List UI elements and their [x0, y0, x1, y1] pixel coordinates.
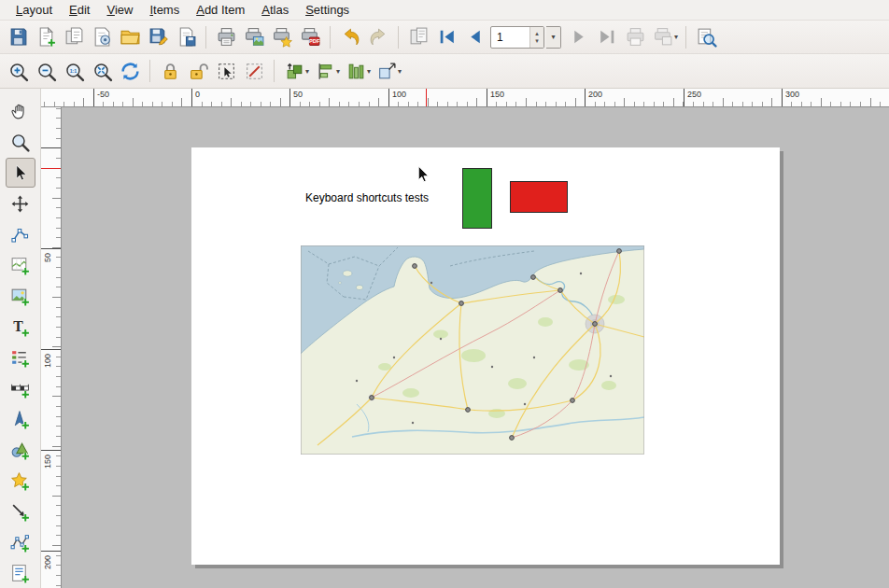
- open-layout-button[interactable]: [116, 23, 144, 51]
- lock-items-button[interactable]: [156, 57, 184, 85]
- zoom-in-button[interactable]: [4, 57, 32, 85]
- export-svg-button[interactable]: [268, 23, 296, 51]
- new-layout-button[interactable]: [32, 23, 60, 51]
- add-html-tool-button[interactable]: [6, 558, 35, 588]
- toolbar-view: 1:1 ▾ ▾ ▾ ▾: [0, 54, 889, 89]
- atlas-last-button[interactable]: [593, 23, 621, 51]
- map-item[interactable]: [301, 245, 644, 455]
- menu-add-item[interactable]: Add Item: [188, 1, 253, 20]
- green-rectangle-item[interactable]: [462, 168, 492, 229]
- save-as-icon: [148, 26, 169, 48]
- duplicate-layout-button[interactable]: [60, 23, 88, 51]
- move-item-content-tool-button[interactable]: [6, 189, 35, 218]
- save-button[interactable]: [4, 23, 32, 51]
- toolbar-separator: [205, 26, 206, 49]
- add-arrow-icon: [9, 501, 31, 523]
- add-picture-icon: [9, 286, 31, 307]
- refresh-button[interactable]: [116, 57, 144, 85]
- zoom-in-icon: [7, 61, 29, 82]
- duplicate-layout-icon: [64, 26, 85, 48]
- add-label-icon: T: [9, 316, 31, 338]
- export-atlas-button[interactable]: [649, 23, 677, 51]
- atlas-prev-button[interactable]: [460, 23, 488, 51]
- menu-view[interactable]: View: [98, 1, 141, 20]
- red-rectangle-item[interactable]: [510, 181, 568, 213]
- atlas-first-button[interactable]: [432, 23, 460, 51]
- zoom-full-button[interactable]: [88, 57, 116, 85]
- export-atlas-dropdown-caret[interactable]: ▾: [674, 33, 678, 41]
- nav-prev-icon: [464, 26, 486, 48]
- add-scalebar-tool-button[interactable]: [6, 373, 35, 403]
- save-template-icon: [176, 26, 197, 48]
- align-items-dropdown-caret[interactable]: ▾: [336, 67, 340, 76]
- distribute-items-dropdown-caret[interactable]: ▾: [367, 67, 371, 76]
- spinner-arrows[interactable]: ▴▾: [529, 27, 543, 48]
- edit-nodes-item-tool-button[interactable]: [6, 219, 35, 249]
- distribute-items-button[interactable]: [342, 57, 370, 85]
- select-move-item-tool-button[interactable]: [6, 158, 35, 188]
- zoom-out-button[interactable]: [32, 57, 60, 85]
- unlock-all-button[interactable]: [184, 57, 212, 85]
- redo-button[interactable]: [364, 23, 392, 51]
- page[interactable]: Keyboard shortcuts tests: [191, 147, 780, 565]
- save-as-template-button[interactable]: [172, 23, 200, 51]
- ruler-label: -50: [97, 90, 109, 99]
- undo-button[interactable]: [336, 23, 364, 51]
- menu-layout[interactable]: Layout: [7, 1, 61, 20]
- pan-icon: [9, 101, 31, 122]
- select-all-icon: [216, 61, 237, 82]
- resize-items-button[interactable]: [373, 57, 401, 85]
- save-as-button[interactable]: [144, 23, 172, 51]
- raise-items-dropdown-caret[interactable]: ▾: [305, 67, 309, 76]
- add-label-tool-button[interactable]: T: [6, 312, 35, 342]
- layout-canvas[interactable]: Keyboard shortcuts tests: [62, 107, 889, 588]
- add-map-tool-button[interactable]: [6, 250, 35, 280]
- export-pdf-button[interactable]: PDF: [296, 23, 324, 51]
- print-atlas-button[interactable]: [621, 23, 649, 51]
- menu-atlas[interactable]: Atlas: [253, 1, 297, 20]
- zoom-tool-button[interactable]: [6, 127, 35, 157]
- add-north-arrow-tool-button[interactable]: [6, 404, 35, 434]
- atlas-settings-button[interactable]: [692, 23, 720, 51]
- spin-up-icon[interactable]: ▴: [530, 30, 543, 37]
- resize-items-dropdown-caret[interactable]: ▾: [398, 67, 402, 76]
- menu-settings[interactable]: Settings: [297, 1, 358, 20]
- pan-tool-button[interactable]: [6, 96, 35, 126]
- add-shape-icon: [9, 440, 31, 461]
- add-north-arrow-icon: [9, 409, 31, 430]
- atlas-page-value[interactable]: 1: [491, 27, 529, 48]
- zoom-full-icon: [92, 61, 113, 82]
- print-button[interactable]: [212, 23, 240, 51]
- add-marker-tool-button[interactable]: [6, 466, 35, 496]
- menu-bar: Layout Edit View Items Add Item Atlas Se…: [0, 0, 889, 21]
- atlas-page-spinbox[interactable]: 1 ▴▾: [490, 26, 544, 49]
- align-items-button[interactable]: [311, 57, 339, 85]
- export-image-button[interactable]: [240, 23, 268, 51]
- add-picture-tool-button[interactable]: [6, 281, 35, 311]
- ruler-horizontal: -50 0 50 100 150 200 250 300: [41, 89, 889, 107]
- atlas-next-button[interactable]: [565, 23, 593, 51]
- zoom-actual-button[interactable]: 1:1: [60, 57, 88, 85]
- align-items-icon: [315, 61, 336, 82]
- label-item[interactable]: Keyboard shortcuts tests: [305, 191, 429, 204]
- add-legend-icon: [9, 347, 31, 369]
- atlas-page-dropdown-button[interactable]: ▾: [546, 26, 561, 49]
- print-icon: [216, 26, 237, 48]
- add-shape-tool-button[interactable]: [6, 435, 35, 465]
- move-content-icon: [9, 193, 31, 215]
- spin-down-icon[interactable]: ▾: [530, 37, 543, 45]
- menu-edit[interactable]: Edit: [61, 1, 98, 20]
- select-all-button[interactable]: [212, 57, 240, 85]
- distribute-items-icon: [346, 61, 367, 82]
- add-arrow-tool-button[interactable]: [6, 497, 35, 526]
- add-node-item-tool-button[interactable]: [6, 527, 35, 557]
- select-tool-icon: [9, 162, 31, 184]
- deselect-all-button[interactable]: [240, 57, 268, 85]
- atlas-preview-button[interactable]: [404, 23, 432, 51]
- edit-nodes-icon: [9, 224, 31, 245]
- raise-items-button[interactable]: [280, 57, 308, 85]
- add-legend-tool-button[interactable]: [6, 343, 35, 372]
- layout-manager-button[interactable]: [88, 23, 116, 51]
- print-atlas-icon: [625, 26, 646, 48]
- menu-items[interactable]: Items: [141, 1, 188, 20]
